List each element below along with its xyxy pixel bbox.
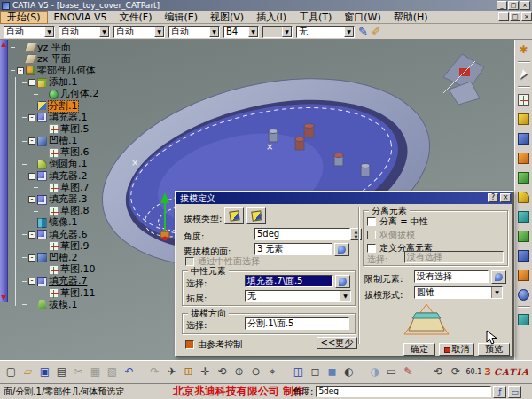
select-cursor-icon[interactable]: [516, 66, 532, 82]
constant-angle-draft-button[interactable]: [224, 207, 244, 224]
tree-item-23[interactable]: 拔模.1: [11, 299, 161, 310]
checkbox[interactable]: [367, 244, 376, 253]
dialog-help-button[interactable]: ?: [488, 193, 498, 202]
tree-item-16[interactable]: 镜像.1: [11, 217, 161, 229]
window-close-button[interactable]: ×: [520, 1, 530, 10]
fly-mode-icon[interactable]: ✈: [164, 364, 179, 379]
document-close-button[interactable]: ×: [521, 12, 532, 21]
sketcher-icon[interactable]: [516, 91, 532, 107]
tree-node-toggle[interactable]: -: [28, 79, 35, 86]
tree-item-13[interactable]: 草图.7: [11, 182, 161, 193]
rotate-left-icon[interactable]: ⟲: [430, 364, 445, 379]
menu-item-4[interactable]: 编辑(E): [158, 11, 204, 24]
mirror-feature-icon[interactable]: [516, 311, 532, 327]
fit-all-icon[interactable]: ⊞: [181, 364, 196, 379]
pocket-icon[interactable]: [516, 130, 532, 146]
dialog-title-bar[interactable]: 拔模定义 ? ×: [176, 192, 512, 204]
chevron-down-icon[interactable]: ▼: [340, 291, 350, 301]
menu-item-9[interactable]: 帮助(H): [387, 11, 434, 24]
parting-selection-input[interactable]: 没有选择: [404, 251, 504, 263]
update-icon[interactable]: ✱: [516, 42, 532, 58]
faces-pick-button[interactable]: [334, 243, 349, 256]
graphic-style-combo-3[interactable]: 自动▼: [113, 26, 165, 38]
open-folder-icon[interactable]: ▱: [20, 364, 35, 379]
window-maximize-button[interactable]: □: [508, 1, 519, 10]
shading-icon[interactable]: ◼: [325, 364, 340, 379]
chevron-down-icon[interactable]: ▼: [44, 27, 54, 37]
copy-icon[interactable]: ▦: [88, 364, 103, 379]
tree-item-17[interactable]: -填充器.6: [11, 229, 161, 240]
tree-node-toggle[interactable]: -: [28, 173, 35, 180]
line-thickness-combo[interactable]: B4▼: [223, 26, 259, 38]
window-minimize-button[interactable]: _: [497, 1, 507, 10]
tree-item-11[interactable]: 倒圆角.1: [11, 159, 161, 170]
new-file-icon[interactable]: ▢: [4, 364, 19, 379]
direction-selection-input[interactable]: 分割.1\面.5: [245, 317, 349, 330]
variable-angle-draft-button[interactable]: [246, 207, 266, 224]
chevron-down-icon[interactable]: ▼: [491, 287, 502, 298]
hide-show-icon[interactable]: ◐: [341, 364, 356, 379]
tree-item-2[interactable]: zx 平面: [11, 53, 161, 65]
viewport-3d[interactable]: × × yz 平面zx 平面-零部件几何体-添加.1几何体.2分割.1-填充器.…: [0, 40, 532, 360]
chevron-down-icon[interactable]: ▼: [344, 27, 354, 37]
shaft-icon[interactable]: [516, 150, 532, 166]
less-button[interactable]: <<更少: [317, 337, 357, 349]
rotate-right-icon[interactable]: ⟳: [448, 364, 463, 379]
tree-item-7[interactable]: -填充器.1: [11, 112, 161, 123]
tree-item-3[interactable]: -零部件几何体: [11, 65, 161, 76]
tree-item-19[interactable]: -凹槽.2: [11, 252, 161, 263]
multi-view-icon[interactable]: ◫: [291, 364, 306, 379]
checkbox[interactable]: [367, 217, 376, 226]
draft-angle-icon[interactable]: [516, 228, 532, 244]
menu-item-5[interactable]: 视图(V): [204, 11, 250, 24]
chevron-down-icon[interactable]: ▼: [154, 27, 164, 37]
tree-item-21[interactable]: -填充器.7: [11, 276, 161, 287]
tree-scroll-up-icon[interactable]: [1, 42, 6, 47]
pad-icon[interactable]: [516, 111, 532, 127]
panel-toggle-icon[interactable]: ▭: [508, 386, 521, 398]
tree-item-14[interactable]: -填充器.3: [11, 193, 161, 205]
paint-icon[interactable]: ✎: [401, 364, 416, 379]
render-style-combo[interactable]: 无▼: [296, 26, 355, 38]
tree-item-15[interactable]: 草图.8: [11, 206, 161, 217]
compass[interactable]: [443, 54, 484, 105]
chevron-down-icon[interactable]: ▼: [282, 27, 292, 37]
neutral-selection-input[interactable]: 填充器.7\面.5: [245, 275, 333, 287]
line-type-combo[interactable]: ▼: [262, 26, 293, 38]
propagation-combo[interactable]: 无▼: [245, 290, 351, 302]
graphic-style-combo-1[interactable]: 自动▼: [4, 26, 55, 38]
fillet-icon[interactable]: [516, 189, 532, 205]
normal-view-icon[interactable]: ⌖: [265, 364, 280, 379]
pan-icon[interactable]: ✛: [198, 364, 213, 379]
pattern-icon[interactable]: [516, 267, 532, 283]
angle-spinner[interactable]: ▲▼: [350, 228, 362, 240]
painter-icon[interactable]: ✎: [358, 26, 368, 38]
tree-item-4[interactable]: -添加.1: [11, 77, 161, 89]
menu-item-2[interactable]: ENOVIA V5: [48, 11, 113, 24]
tree-item-18[interactable]: 草图.9: [11, 240, 161, 252]
rib-icon[interactable]: [516, 169, 532, 185]
menu-item-7[interactable]: 工具(T): [293, 11, 338, 24]
menu-item-8[interactable]: 窗口(W): [338, 11, 387, 24]
menu-item-3[interactable]: 文件(F): [113, 11, 159, 24]
fx-icon[interactable]: ƒ: [493, 386, 506, 398]
power-input-field[interactable]: 5deg: [316, 386, 491, 397]
tree-scrollbar[interactable]: [0, 40, 8, 302]
rotate-view-icon[interactable]: ⟲: [215, 364, 230, 379]
limiting-element-input[interactable]: 没有选择: [414, 270, 489, 283]
wizard-icon[interactable]: ✐: [372, 26, 381, 38]
graphic-style-combo-4[interactable]: 自动▼: [168, 26, 220, 38]
menu-item-6[interactable]: 插入(I): [250, 11, 293, 24]
tree-node-toggle[interactable]: -: [28, 196, 35, 203]
zoom-in-icon[interactable]: ⊕: [231, 364, 246, 379]
cancel-button[interactable]: 取消: [439, 343, 474, 356]
document-maximize-button[interactable]: □: [510, 12, 520, 21]
tree-node-toggle[interactable]: -: [28, 137, 35, 145]
tree-item-5[interactable]: 几何体.2: [11, 89, 161, 100]
cut-icon[interactable]: ✂: [71, 364, 86, 379]
dialog-close-button[interactable]: ×: [500, 193, 511, 202]
tree-item-1[interactable]: yz 平面: [11, 42, 161, 53]
tree-item-12[interactable]: -填充器.2: [11, 170, 161, 182]
neutral-face-select-checkbox[interactable]: [185, 257, 194, 266]
graphic-style-combo-2[interactable]: 自动▼: [59, 26, 110, 38]
